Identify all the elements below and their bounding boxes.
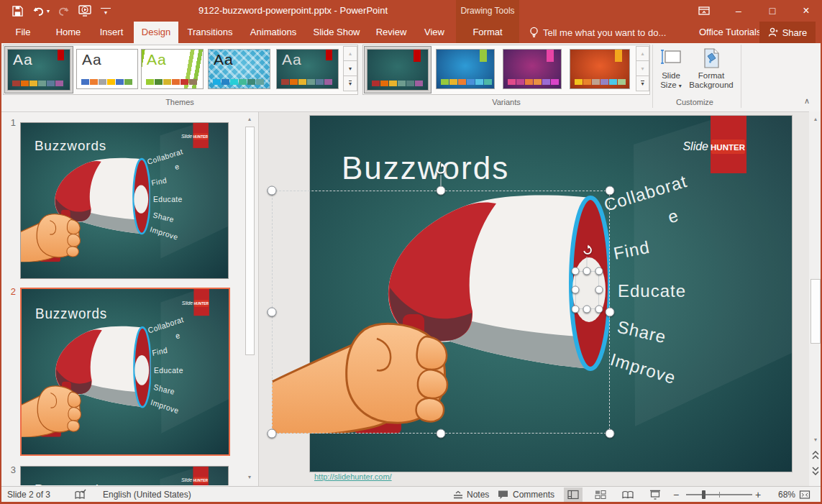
slide-indicator[interactable]: Slide 2 of 3 — [7, 487, 50, 503]
gallery-scroll-up-icon[interactable]: ▴ — [636, 46, 649, 61]
shape-handle[interactable] — [572, 306, 580, 313]
selection-handle[interactable] — [268, 308, 277, 317]
slide-size-button[interactable]: Slide Size ▾ — [654, 45, 688, 99]
gallery-scroll-up-icon[interactable]: ▴ — [343, 46, 357, 61]
tab-view[interactable]: View — [419, 22, 450, 43]
tell-me-box[interactable]: Tell me what you want to do... — [529, 22, 666, 43]
next-slide-icon[interactable] — [810, 465, 821, 477]
shape-handle[interactable] — [583, 267, 591, 275]
share-button[interactable]: Share — [759, 22, 816, 43]
variant-swatches — [508, 79, 559, 85]
slide-1-thumbnail[interactable] — [20, 122, 229, 279]
slide-sorter-view-button[interactable] — [591, 487, 610, 502]
comments-button[interactable]: Comments — [498, 487, 554, 503]
slide-2-thumbnail[interactable] — [20, 288, 230, 456]
scroll-up-icon[interactable]: ▴ — [810, 113, 821, 124]
slide-3-thumbnail[interactable] — [20, 466, 229, 485]
variant-thumbnail-teal[interactable] — [367, 49, 429, 91]
dropdown-caret-icon: ▾ — [679, 83, 682, 89]
selection-handle[interactable] — [268, 429, 277, 439]
variant-thumbnail-orange[interactable] — [570, 49, 630, 89]
variant-thumbnail-purple[interactable] — [503, 49, 562, 89]
gallery-scroll-down-icon[interactable]: ▾ — [636, 61, 649, 76]
shape-handle[interactable] — [583, 306, 591, 313]
slide-show-button[interactable] — [646, 487, 665, 502]
lightbulb-icon — [529, 27, 539, 38]
tab-insert[interactable]: Insert — [93, 22, 129, 43]
tab-file[interactable]: File — [9, 22, 37, 43]
theme-thumbnail-facet[interactable]: Aa — [141, 49, 204, 89]
zoom-in-button[interactable]: + — [755, 487, 761, 503]
selection-handle[interactable] — [437, 186, 446, 196]
contextual-tools-label: Drawing Tools — [456, 0, 519, 22]
gallery-scroll-down-icon[interactable]: ▾ — [343, 61, 357, 76]
selected-megaphone-picture[interactable] — [272, 191, 610, 434]
tab-animations[interactable]: Animations — [246, 22, 301, 43]
selection-handle[interactable] — [606, 429, 615, 439]
scroll-down-icon[interactable]: ▾ — [810, 434, 821, 445]
main-scrollbar-thumb[interactable] — [810, 279, 821, 344]
notes-button[interactable]: Notes — [453, 487, 489, 503]
language-indicator[interactable]: English (United States) — [103, 487, 191, 503]
zoom-slider-thumb[interactable] — [702, 490, 705, 499]
redo-icon — [56, 4, 70, 17]
fit-slide-to-window-button[interactable] — [795, 487, 814, 502]
selection-handle[interactable] — [606, 186, 615, 196]
customize-qat-icon[interactable]: ▾ — [101, 8, 111, 16]
previous-slide-icon[interactable] — [810, 449, 821, 461]
rotate-handle-icon[interactable] — [434, 162, 447, 175]
minimize-button[interactable]: – — [728, 0, 749, 22]
theme-thumbnail-dark-teal[interactable]: Aa — [276, 49, 339, 89]
collapse-ribbon-icon[interactable]: ∧ — [804, 96, 810, 106]
variant-tag — [615, 50, 622, 62]
undo-caret-icon[interactable]: ▾ — [45, 4, 52, 17]
panel-divider[interactable] — [258, 111, 259, 486]
variant-thumbnail-blue[interactable] — [436, 49, 495, 89]
format-background-button[interactable]: Format Background — [688, 45, 735, 99]
selection-handle[interactable] — [437, 429, 446, 439]
zoom-level[interactable]: 68% — [771, 487, 795, 503]
panel-scroll-down-icon[interactable]: ▾ — [244, 471, 255, 482]
normal-view-button[interactable] — [564, 487, 583, 502]
theme-thumbnail-office[interactable]: Aa — [76, 49, 138, 89]
slide-thumbnail-panel: 1 2 3 ▴ ▾ — [0, 111, 259, 486]
reading-view-button[interactable] — [618, 487, 637, 502]
zoom-slider-tick — [719, 492, 720, 498]
gallery-more-icon[interactable]: ▾ — [343, 76, 357, 91]
shape-handle[interactable] — [595, 286, 603, 294]
spellcheck-icon[interactable] — [74, 487, 86, 503]
tab-home[interactable]: Home — [50, 22, 86, 43]
customize-group-label: Customize — [652, 98, 738, 106]
shape-handle[interactable] — [595, 306, 603, 313]
status-bar: Slide 2 of 3 English (United States) Not… — [0, 486, 822, 503]
tab-transitions[interactable]: Transitions — [184, 22, 236, 43]
panel-scroll-up-icon[interactable]: ▴ — [244, 113, 255, 124]
start-from-beginning-icon[interactable] — [76, 4, 95, 17]
selection-handle[interactable] — [268, 186, 277, 196]
gallery-more-icon[interactable]: ▾ — [636, 76, 649, 91]
selection-handle[interactable] — [606, 308, 615, 317]
tab-slide-show[interactable]: Slide Show — [309, 22, 364, 43]
tab-format-contextual[interactable]: Format — [456, 22, 519, 43]
shape-handle[interactable] — [572, 267, 580, 275]
rotate-handle-icon[interactable] — [582, 244, 593, 256]
maximize-button[interactable]: □ — [762, 0, 783, 22]
save-icon[interactable] — [10, 4, 24, 17]
shape-handle[interactable] — [595, 267, 603, 275]
group-separator — [741, 45, 741, 108]
panel-scrollbar-thumb[interactable] — [245, 127, 255, 355]
tab-design[interactable]: Design — [134, 22, 178, 43]
ribbon-display-options-icon[interactable] — [693, 0, 715, 22]
tab-review[interactable]: Review — [373, 22, 410, 43]
close-button[interactable]: × — [795, 0, 817, 22]
zoom-out-button[interactable]: − — [673, 487, 679, 503]
office-tutorials-link[interactable]: Office Tutorials — [699, 22, 761, 43]
theme-swatches — [213, 79, 264, 85]
theme-tag — [326, 50, 332, 60]
undo-icon[interactable] — [32, 4, 46, 17]
theme-thumbnail-current[interactable]: Aa — [7, 49, 70, 91]
theme-thumbnail-integral[interactable]: Aa — [208, 49, 270, 89]
shape-handle[interactable] — [572, 286, 580, 294]
slidehunter-link[interactable]: http://slidehunter.com/ — [314, 472, 392, 481]
person-icon — [768, 27, 778, 37]
